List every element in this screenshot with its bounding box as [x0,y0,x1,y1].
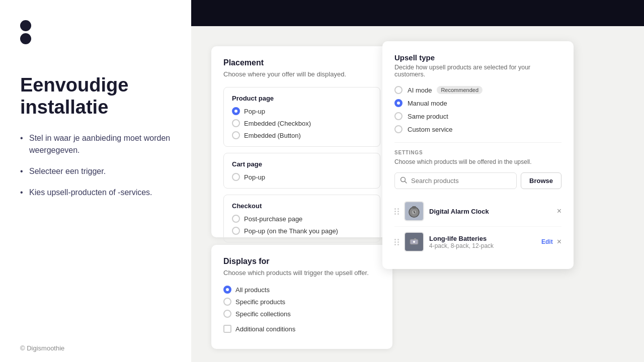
remove-product-2[interactable]: × [557,238,561,246]
option-embedded-button-label: Embedded (Button) [244,132,301,139]
option-post-purchase-label: Post-purchase page [244,215,302,223]
option-all-products[interactable]: All products [223,286,380,294]
additional-conditions-label: Additional conditions [235,325,295,333]
settings-heading: SETTINGS [394,150,561,155]
recommended-badge: Recommended [437,86,482,94]
product-image-1 [404,201,424,221]
option-popup-thankyou[interactable]: Pop-up (on the Thank you page) [232,227,372,235]
feature-list: Stel in waar je aanbieding moet worden w… [20,132,171,199]
svg-line-1 [405,182,407,184]
product-name-2: Long-life Batteries [429,235,536,242]
product-variants-2: 4-pack, 8-pack, 12-pack [429,242,536,249]
option-popup-thankyou-label: Pop-up (on the Thank you page) [244,227,338,235]
top-bar [191,0,644,26]
product-info-2: Long-life Batteries 4-pack, 8-pack, 12-p… [429,235,536,249]
option-specific-collections[interactable]: Specific collections [223,310,380,318]
browse-button[interactable]: Browse [521,172,561,189]
product-info-1: Digital Alarm Clock [429,208,552,215]
displays-subtitle: Choose which products will trigger the u… [223,269,380,277]
placement-card: Placement Choose where your offer will b… [211,46,392,237]
radio-specific-products[interactable] [223,298,231,306]
search-input-wrap[interactable] [394,172,517,189]
custom-service-label: Custom service [408,126,453,133]
edit-product-2[interactable]: Edit [541,238,553,245]
radio-ai-mode[interactable] [394,86,403,94]
radio-same-product[interactable] [394,112,403,120]
cart-page-section: Cart page Pop-up [223,153,380,189]
radio-custom-service[interactable] [394,125,403,133]
upsell-title: Upsell type [394,53,561,62]
product-name-1: Digital Alarm Clock [429,208,552,215]
displays-card: Displays for Choose which products will … [211,245,392,349]
upsell-subtitle: Decide how upsell products are selected … [394,64,561,78]
product-row-2: Long-life Batteries 4-pack, 8-pack, 12-p… [394,227,561,257]
option-specific-products[interactable]: Specific products [223,298,380,306]
svg-rect-10 [414,238,416,240]
right-panel: Placement Choose where your offer will b… [191,0,644,362]
option-specific-products-label: Specific products [235,298,285,306]
remove-product-1[interactable]: × [557,207,561,215]
radio-specific-collections[interactable] [223,310,231,318]
radio-popup-thankyou[interactable] [232,227,240,235]
product-actions-2: Edit × [541,238,561,246]
logo [20,20,171,44]
settings-subtitle: Choose which products will be offered in… [394,158,561,165]
footer: © Digismoothie [20,344,171,352]
feature-item-3: Kies upsell-producten of -services. [20,187,171,199]
search-input[interactable] [411,173,511,189]
radio-post-purchase[interactable] [232,215,240,223]
svg-rect-4 [412,206,416,209]
product-image-2 [404,232,424,252]
logo-dot-2 [20,33,31,44]
checkout-section: Checkout Post-purchase page Pop-up (on t… [223,195,380,242]
option-embedded-button[interactable]: Embedded (Button) [232,131,372,139]
product-actions-1: × [557,207,561,215]
radio-embedded-button[interactable] [232,131,240,139]
drag-handle-2[interactable] [394,239,399,245]
option-cart-popup-label: Pop-up [244,173,265,181]
search-row: Browse [394,172,561,189]
page-heading: Eenvoudige installatie [20,74,171,118]
option-specific-collections-label: Specific collections [235,310,291,318]
drag-handle-1[interactable] [394,208,399,215]
cart-page-label: Cart page [232,160,372,168]
radio-embedded-checkbox[interactable] [232,119,240,127]
option-popup-label: Pop-up [244,108,265,115]
main-cards: Placement Choose where your offer will b… [211,41,624,347]
displays-title: Displays for [223,257,380,266]
radio-all-products[interactable] [223,286,231,294]
option-all-products-label: All products [235,286,270,294]
option-embedded-checkbox-label: Embedded (Checkbox) [244,120,311,127]
option-ai-mode[interactable]: AI mode Recommended [394,86,561,94]
search-icon [400,176,407,185]
option-post-purchase[interactable]: Post-purchase page [232,215,372,223]
left-panel: Eenvoudige installatie Stel in waar je a… [0,0,191,362]
radio-cart-popup[interactable] [232,173,240,181]
checkout-label: Checkout [232,202,372,210]
placement-subtitle: Choose where your offer will be displaye… [223,70,380,78]
option-cart-popup[interactable]: Pop-up [232,173,372,181]
content-area: Placement Choose where your offer will b… [191,26,644,362]
product-page-label: Product page [232,95,372,102]
option-manual-mode[interactable]: Manual mode [394,99,561,107]
same-product-label: Same product [408,113,448,120]
additional-conditions-option[interactable]: Additional conditions [223,325,380,333]
option-same-product[interactable]: Same product [394,112,561,120]
product-row-1: Digital Alarm Clock × [394,196,561,227]
option-custom-service[interactable]: Custom service [394,125,561,133]
radio-manual-mode[interactable] [394,99,403,107]
left-content: Eenvoudige installatie Stel in waar je a… [20,74,171,199]
radio-popup[interactable] [232,107,240,115]
product-page-section: Product page Pop-up Embedded (Checkbox) … [223,87,380,147]
upsell-card: Upsell type Decide how upsell products a… [382,41,574,269]
ai-mode-label: AI mode [408,86,432,94]
checkbox-additional[interactable] [223,325,231,333]
placement-title: Placement [223,58,380,67]
feature-item-2: Selecteer een trigger. [20,165,171,177]
settings-section: SETTINGS Choose which products will be o… [394,142,561,257]
feature-item-1: Stel in waar je aanbieding moet worden w… [20,132,171,156]
logo-dot-1 [20,20,31,31]
option-embedded-checkbox[interactable]: Embedded (Checkbox) [232,119,372,127]
manual-mode-label: Manual mode [408,100,447,107]
option-popup[interactable]: Pop-up [232,107,372,115]
